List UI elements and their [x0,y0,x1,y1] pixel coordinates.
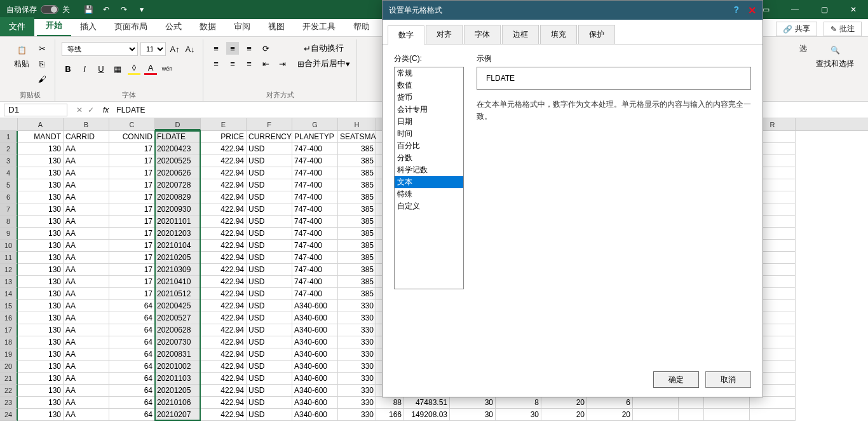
cell[interactable]: 17 [109,179,155,191]
underline-button[interactable]: U [95,62,107,75]
row-header[interactable]: 6 [0,191,18,203]
cell[interactable]: 130 [18,155,64,167]
cell[interactable]: 17 [109,191,155,203]
cell[interactable]: 330 [338,373,376,385]
row-header[interactable]: 5 [0,179,18,191]
cell[interactable] [633,397,679,409]
cell[interactable]: 130 [18,143,64,155]
cell[interactable]: 330 [338,300,376,312]
cell[interactable]: 130 [18,288,64,300]
row-header[interactable]: 10 [0,240,18,252]
cell[interactable]: USD [247,276,292,288]
cell[interactable]: 17 [109,203,155,216]
align-center-icon[interactable]: ≡ [226,57,239,70]
cell[interactable]: USD [247,300,292,312]
cell[interactable]: 20210309 [155,264,201,276]
format-painter-icon[interactable]: 🖌 [36,72,48,85]
cell[interactable]: USD [247,361,292,373]
cell[interactable]: 20210106 [155,397,201,409]
cell[interactable]: 88 [376,397,404,409]
cell[interactable]: AA [64,143,109,155]
dialog-help-icon[interactable]: ? [733,4,739,17]
cell[interactable] [704,397,750,409]
cell[interactable]: CONNID [109,131,155,143]
cell[interactable]: 20201203 [155,228,201,240]
dialog-tab-0[interactable]: 数字 [388,25,424,45]
cell[interactable] [679,409,704,421]
cell[interactable]: 422.94 [201,324,247,336]
cell[interactable]: 20201205 [155,385,201,397]
column-header-H[interactable]: H [338,118,376,130]
cell[interactable]: USD [247,155,292,167]
cell[interactable]: 385 [338,155,376,167]
cell[interactable]: 20210207 [155,409,201,421]
cell[interactable]: 20200628 [155,324,201,336]
cell[interactable]: 422.94 [201,191,247,203]
cell[interactable]: 64 [109,373,155,385]
align-bottom-icon[interactable]: ≡ [243,42,255,55]
cell[interactable]: 20200831 [155,348,201,361]
tab-home[interactable]: 开始 [37,16,71,36]
cell[interactable]: AA [64,167,109,179]
column-header-A[interactable]: A [18,118,64,130]
category-item[interactable]: 会计专用 [395,104,463,116]
row-header[interactable]: 19 [0,348,18,361]
align-right-icon[interactable]: ≡ [243,57,255,70]
cell[interactable]: AA [64,216,109,228]
fill-color-button[interactable]: ◊ [128,62,140,75]
category-item[interactable]: 数值 [395,79,463,92]
cell[interactable]: 130 [18,336,64,348]
align-top-icon[interactable]: ≡ [210,42,222,55]
cell[interactable]: 422.94 [201,385,247,397]
cell[interactable]: 422.94 [201,348,247,361]
cell[interactable]: 20201103 [155,373,201,385]
copy-icon[interactable]: ⎘ [36,57,48,70]
cell[interactable]: 130 [18,264,64,276]
cell[interactable]: USD [247,336,292,348]
cell[interactable] [750,397,796,409]
cell[interactable]: 20210104 [155,240,201,252]
cell[interactable]: A340-600 [292,336,338,348]
tab-insert[interactable]: 插入 [71,17,105,36]
cell[interactable]: A340-600 [292,312,338,324]
cell[interactable]: 385 [338,179,376,191]
save-icon[interactable]: 💾 [83,4,94,15]
cell[interactable]: 20201101 [155,216,201,228]
cell[interactable]: 130 [18,409,64,421]
orientation-icon[interactable]: ⟳ [259,42,272,55]
row-header[interactable]: 20 [0,361,18,373]
cell[interactable] [704,409,750,421]
row-header[interactable]: 7 [0,203,18,216]
cell[interactable]: PLANETYP [292,131,338,143]
cell[interactable]: AA [64,324,109,336]
dialog-tab-2[interactable]: 字体 [464,25,501,44]
cell[interactable]: 64 [109,336,155,348]
row-header[interactable]: 14 [0,288,18,300]
category-item[interactable]: 时间 [395,128,463,140]
cell[interactable]: 30 [496,409,541,421]
cell[interactable]: 130 [18,348,64,361]
cell[interactable]: 330 [338,324,376,336]
wrap-text-button[interactable]: ↵ 自动换行 [297,42,350,55]
cell[interactable]: AA [64,228,109,240]
cell[interactable]: 330 [338,312,376,324]
cell[interactable]: 149208.03 [404,409,450,421]
cell[interactable]: 17 [109,252,155,264]
cell[interactable]: AA [64,264,109,276]
align-middle-icon[interactable]: ≡ [226,42,239,55]
cell[interactable]: USD [247,167,292,179]
cell[interactable]: 385 [338,288,376,300]
cell[interactable]: AA [64,385,109,397]
cell[interactable]: AA [64,288,109,300]
cell[interactable]: SEATSMA [338,131,376,143]
dialog-tab-3[interactable]: 边框 [502,25,539,44]
cell[interactable]: 30 [450,409,496,421]
cell[interactable]: AA [64,361,109,373]
row-header[interactable]: 18 [0,336,18,348]
cell[interactable]: 47483.51 [404,397,450,409]
cell[interactable]: 130 [18,203,64,216]
cell[interactable]: USD [247,397,292,409]
cell[interactable]: 64 [109,397,155,409]
tab-data[interactable]: 数据 [191,17,225,36]
cell[interactable]: 385 [338,143,376,155]
